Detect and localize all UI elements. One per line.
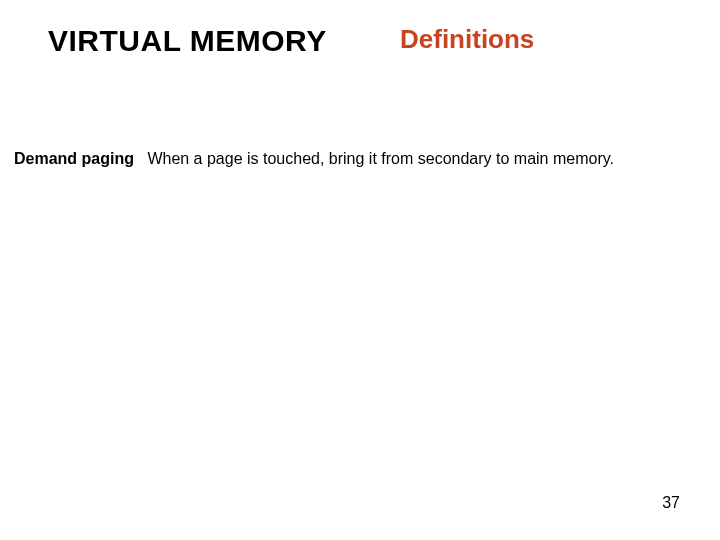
definition-term: Demand paging <box>14 150 134 167</box>
definition-line: Demand paging When a page is touched, br… <box>14 150 706 168</box>
slide-header: VIRTUAL MEMORY Definitions <box>0 24 720 58</box>
definition-text: When a page is touched, bring it from se… <box>147 150 614 167</box>
slide-title: VIRTUAL MEMORY <box>48 24 327 58</box>
slide-subtitle: Definitions <box>400 24 534 55</box>
page-number: 37 <box>662 494 680 512</box>
